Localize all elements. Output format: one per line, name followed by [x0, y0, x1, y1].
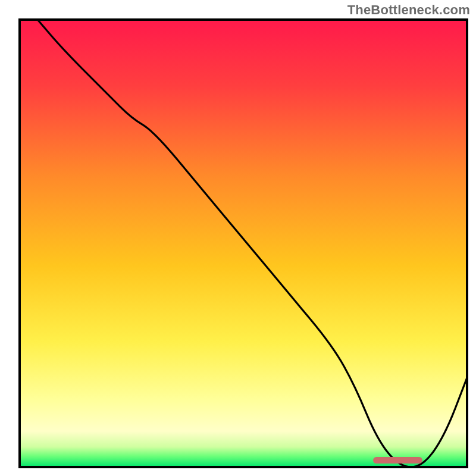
bottleneck-chart [0, 0, 476, 476]
gradient-background [20, 20, 467, 467]
optimal-range-marker [373, 457, 422, 464]
watermark-text: TheBottleneck.com [347, 2, 470, 18]
chart-root: { "watermark": "TheBottleneck.com", "cha… [0, 0, 476, 476]
